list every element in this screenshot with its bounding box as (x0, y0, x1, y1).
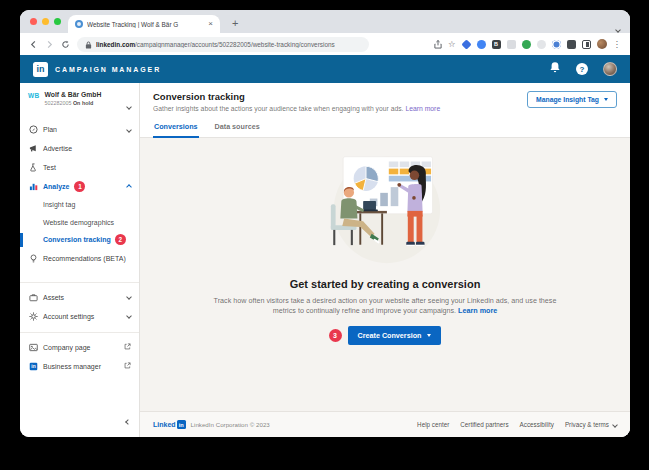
sidebar: WB Wolf & Bär GmbH 502282005 On hold Pla… (20, 83, 140, 437)
chevron-down-icon (612, 422, 618, 428)
sidebar-item-insight-tag[interactable]: Insight tag (20, 196, 139, 214)
account-name: Wolf & Bär GmbH (44, 91, 101, 99)
divider (20, 332, 139, 333)
sidebar-item-website-demographics[interactable]: Website demographics (20, 214, 139, 232)
sidebar-item-label: Test (43, 164, 56, 171)
learn-more-link[interactable]: Learn more (458, 306, 497, 315)
campaign-manager-header: in CAMPAIGN MANAGER ? (20, 55, 630, 83)
tab-conversions[interactable]: Conversions (153, 118, 199, 138)
extension-icon[interactable] (537, 40, 546, 49)
sidebar-item-account-settings[interactable]: Account settings (20, 307, 139, 326)
linkedin-logo[interactable]: in (33, 62, 48, 77)
manage-insight-tag-button[interactable]: Manage Insight Tag (527, 91, 617, 108)
chevron-up-icon (126, 184, 132, 190)
sidebar-item-label: Website demographics (43, 219, 114, 226)
compass-icon (28, 125, 38, 134)
tab-data-sources[interactable]: Data sources (214, 118, 261, 137)
tab-bar: Conversions Data sources (140, 118, 630, 138)
sidebar-item-label: Conversion tracking (43, 236, 111, 243)
sidebar-item-label: Recommendations (BETA) (43, 255, 126, 262)
account-info: Wolf & Bär GmbH 502282005 On hold (44, 91, 101, 106)
extensions-puzzle-icon[interactable] (567, 40, 576, 49)
sidebar-item-conversion-tracking[interactable]: Conversion tracking 2 (20, 231, 139, 249)
url-bar[interactable]: linkedin.com/campaignmanager/accounts/50… (77, 37, 369, 52)
divider (20, 282, 139, 283)
sidebar-item-advertise[interactable]: Advertise (20, 139, 139, 158)
browser-menu-icon[interactable]: ⋮ (613, 40, 622, 49)
svg-text:in: in (31, 364, 35, 369)
sidebar-item-company-page[interactable]: Company page (20, 338, 139, 357)
chevron-down-icon (126, 313, 132, 319)
tab-groups-icon[interactable] (582, 40, 591, 49)
tab-favicon-icon (75, 20, 83, 28)
maximize-window-button[interactable] (54, 18, 61, 25)
browser-tab-strip: Website Tracking | Wolf & Bär G × + (20, 10, 630, 33)
sidebar-item-label: Business manager (43, 363, 101, 370)
sidebar-item-plan[interactable]: Plan (20, 120, 139, 139)
megaphone-icon (28, 144, 38, 153)
footer-link-privacy-terms[interactable]: Privacy & terms (565, 421, 617, 428)
linkedin-footer-logo: Linked in (153, 420, 186, 429)
chevron-down-icon (126, 127, 132, 133)
extension-icon[interactable] (477, 40, 486, 49)
caret-down-icon (604, 98, 608, 101)
image-icon (28, 343, 38, 352)
footer-link-help-center[interactable]: Help center (417, 421, 449, 428)
sidebar-item-label: Assets (43, 294, 64, 301)
lightbulb-icon (28, 254, 38, 263)
browser-window: Website Tracking | Wolf & Bär G × + link… (20, 10, 630, 437)
sidebar-item-label: Account settings (43, 313, 94, 320)
window-controls (30, 18, 61, 25)
sidebar-item-test[interactable]: Test (20, 158, 139, 177)
tab-search-chevron-icon[interactable] (616, 18, 620, 36)
toolbar-icons: ☆ B ⋮ (434, 35, 621, 53)
extension-icon[interactable] (552, 40, 561, 49)
learn-more-link[interactable]: Learn more (405, 105, 440, 112)
tab-title: Website Tracking | Wolf & Bär G (87, 21, 204, 28)
step-badge-3: 3 (329, 329, 342, 342)
app-title: CAMPAIGN MANAGER (55, 66, 161, 73)
help-icon[interactable]: ? (576, 63, 588, 75)
step-badge-1: 1 (74, 181, 85, 192)
browser-tab[interactable]: Website Tracking | Wolf & Bär G × (68, 15, 220, 33)
sidebar-item-recommendations[interactable]: Recommendations (BETA) (20, 249, 139, 268)
back-icon[interactable] (29, 40, 38, 49)
reload-icon[interactable] (61, 40, 70, 49)
empty-state: Get started by creating a conversion Tra… (140, 138, 630, 412)
bookmark-star-icon[interactable]: ☆ (448, 40, 456, 49)
page-subtitle: Gather insights about the actions your a… (153, 105, 440, 112)
lock-icon (85, 35, 92, 53)
tab-close-icon[interactable]: × (208, 20, 213, 28)
minimize-window-button[interactable] (42, 18, 49, 25)
notifications-bell-icon[interactable] (549, 60, 561, 78)
new-tab-button[interactable]: + (232, 17, 238, 33)
empty-state-heading: Get started by creating a conversion (290, 278, 481, 290)
user-avatar[interactable] (603, 62, 617, 76)
sidebar-collapse-icon[interactable] (126, 410, 130, 428)
sidebar-item-label: Plan (43, 126, 57, 133)
account-switcher[interactable]: WB Wolf & Bär GmbH 502282005 On hold (20, 90, 139, 120)
extension-icon[interactable] (522, 40, 531, 49)
footer-link-accessibility[interactable]: Accessibility (520, 421, 554, 428)
flask-icon (28, 163, 38, 172)
step-badge-2: 2 (115, 234, 126, 245)
extension-icon[interactable]: B (492, 40, 501, 49)
share-icon[interactable] (434, 35, 442, 53)
account-meta: 502282005 On hold (44, 100, 101, 106)
forward-icon[interactable] (45, 40, 54, 49)
app-body: WB Wolf & Bär GmbH 502282005 On hold Pla… (20, 83, 630, 437)
empty-state-illustration (309, 150, 461, 268)
sidebar-item-analyze[interactable]: Analyze 1 (20, 177, 139, 196)
extension-icon[interactable] (461, 39, 471, 49)
bar-chart-icon (28, 182, 38, 191)
sidebar-item-assets[interactable]: Assets (20, 288, 139, 307)
create-conversion-button[interactable]: Create Conversion (348, 326, 442, 345)
browser-profile-avatar[interactable] (597, 39, 607, 49)
sidebar-item-business-manager[interactable]: in Business manager (20, 357, 139, 376)
close-window-button[interactable] (30, 18, 37, 25)
external-link-icon (124, 343, 131, 351)
footer-link-certified-partners[interactable]: Certified partners (460, 421, 508, 428)
chevron-down-icon (127, 95, 131, 113)
extension-icon[interactable] (507, 40, 516, 49)
sidebar-item-label: Insight tag (43, 201, 75, 208)
